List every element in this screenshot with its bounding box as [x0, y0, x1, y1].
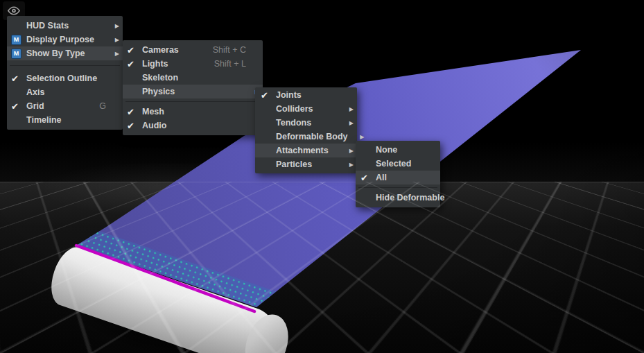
menu-item-show-by-type[interactable]: M Show By Type ▶: [7, 46, 123, 60]
attachments-submenu: None Selected ✔ All Hide Deformable: [356, 141, 440, 207]
menu-item-label: Selection Outline: [26, 74, 119, 83]
menu-item-hide-deformable[interactable]: Hide Deformable: [356, 191, 440, 205]
menu-item-shortcut: G: [99, 101, 106, 111]
menu-item-skeleton[interactable]: Skeleton: [123, 71, 263, 85]
menu-item-label: None: [376, 145, 437, 155]
menu-item-label: Mesh: [142, 107, 259, 117]
menu-item-none[interactable]: None: [356, 143, 440, 157]
check-icon: ✔: [11, 74, 19, 83]
menu-item-label: Display Purpose: [26, 35, 110, 44]
menu-item-label: Physics: [142, 87, 250, 96]
mixed-state-icon: M: [11, 49, 21, 59]
menu-item-joints[interactable]: ✔ Joints: [255, 88, 357, 102]
menu-item-label: Show By Type: [26, 49, 110, 58]
menu-item-shortcut: Shift + L: [214, 59, 246, 69]
menu-item-cameras[interactable]: ✔ Cameras Shift + C: [123, 43, 263, 57]
menu-item-audio[interactable]: ✔ Audio: [123, 119, 263, 132]
menu-item-label: Audio: [142, 121, 259, 130]
menu-item-label: Timeline: [26, 115, 119, 125]
menu-item-tendons[interactable]: Tendons ▶: [255, 116, 357, 130]
menu-item-label: HUD Stats: [26, 21, 110, 31]
menu-divider: [358, 187, 437, 188]
menu-item-axis[interactable]: Axis: [7, 85, 123, 99]
visibility-menu: HUD Stats ▶ M Display Purpose ▶ M Show B…: [7, 16, 123, 130]
menu-item-label: Joints: [276, 90, 354, 100]
mixed-state-icon: M: [11, 35, 21, 45]
menu-item-label: Particles: [276, 160, 344, 169]
menu-item-label: Colliders: [276, 104, 344, 114]
check-icon: ✔: [127, 46, 134, 55]
menu-item-attachments[interactable]: Attachments ▶: [255, 144, 357, 157]
menu-item-lights[interactable]: ✔ Lights Shift + L: [123, 57, 263, 71]
menu-item-label: Attachments: [276, 146, 344, 155]
menu-item-label: Lights: [142, 59, 214, 69]
3d-viewport[interactable]: HUD Stats ▶ M Display Purpose ▶ M Show B…: [0, 0, 644, 353]
menu-item-all[interactable]: ✔ All: [356, 171, 440, 184]
check-icon: ✔: [127, 107, 134, 117]
menu-item-colliders[interactable]: Colliders ▶: [255, 102, 357, 116]
menu-item-mesh[interactable]: ✔ Mesh: [123, 105, 263, 119]
menu-item-grid[interactable]: ✔ Grid G: [7, 99, 123, 113]
menu-item-selection-outline[interactable]: ✔ Selection Outline: [7, 71, 123, 85]
menu-item-label: All: [376, 173, 437, 182]
menu-item-label: Selected: [376, 159, 437, 169]
submenu-arrow-icon: ▶: [355, 133, 365, 139]
menu-item-label: Skeleton: [142, 73, 259, 83]
menu-item-physics[interactable]: Physics ▶: [123, 85, 263, 98]
menu-divider: [125, 101, 260, 102]
menu-item-shortcut: Shift + C: [213, 45, 246, 55]
show-by-type-submenu: ✔ Cameras Shift + C ✔ Lights Shift + L S…: [123, 40, 263, 135]
menu-item-label: Axis: [26, 87, 119, 97]
check-icon: ✔: [11, 102, 19, 111]
submenu-arrow-icon: ▶: [344, 147, 354, 153]
submenu-arrow-icon: ▶: [344, 105, 354, 112]
menu-item-label: Tendons: [276, 118, 344, 128]
eye-icon: [7, 6, 21, 15]
check-icon: ✔: [127, 60, 134, 69]
physics-submenu: ✔ Joints Colliders ▶ Tendons ▶ Deformabl…: [255, 87, 357, 173]
check-icon: ✔: [127, 121, 134, 130]
menu-item-label: Hide Deformable: [376, 193, 451, 203]
menu-item-display-purpose[interactable]: M Display Purpose ▶: [7, 33, 123, 46]
check-icon: ✔: [360, 173, 368, 182]
menu-item-label: Grid: [26, 101, 99, 111]
menu-item-hud-stats[interactable]: HUD Stats ▶: [7, 19, 123, 33]
check-icon: ✔: [261, 91, 268, 100]
menu-item-timeline[interactable]: Timeline: [7, 113, 123, 127]
submenu-arrow-icon: ▶: [110, 50, 119, 56]
menu-item-selected[interactable]: Selected: [356, 157, 440, 171]
submenu-arrow-icon: ▶: [110, 22, 119, 28]
menu-item-deformable-body[interactable]: Deformable Body ▶: [255, 130, 357, 144]
menu-item-label: Deformable Body: [276, 132, 355, 141]
submenu-arrow-icon: ▶: [344, 161, 354, 167]
menu-item-label: Cameras: [142, 45, 213, 55]
submenu-arrow-icon: ▶: [110, 36, 119, 42]
menu-divider: [10, 65, 120, 66]
submenu-arrow-icon: ▶: [344, 119, 354, 126]
menu-item-particles[interactable]: Particles ▶: [255, 157, 357, 171]
